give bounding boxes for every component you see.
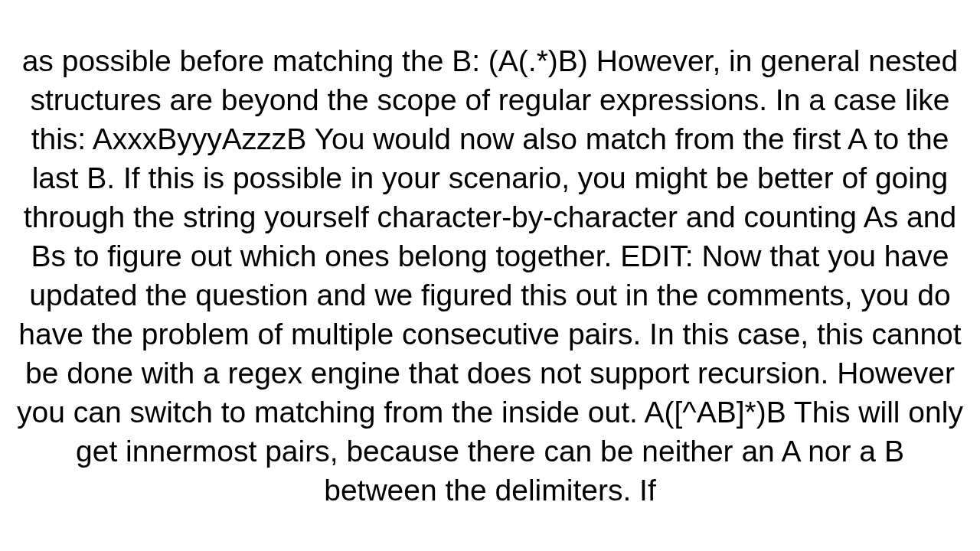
document-text: as possible before matching the B: (A(.*… (15, 41, 965, 510)
